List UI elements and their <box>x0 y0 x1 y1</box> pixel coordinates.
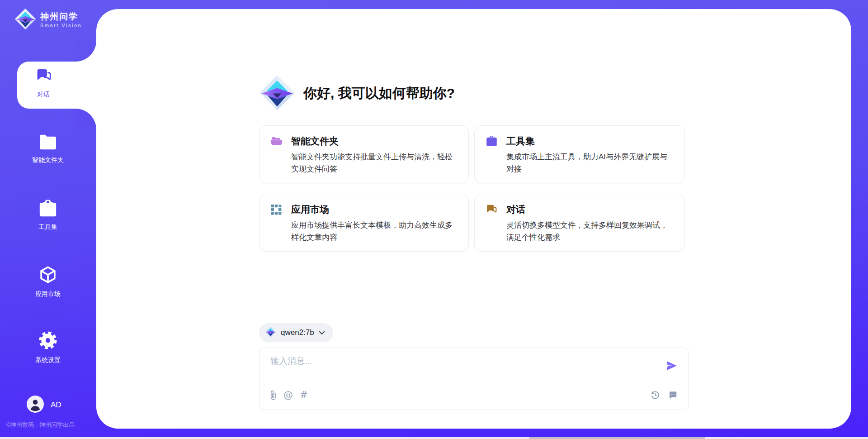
chevron-down-icon <box>319 329 325 337</box>
card-chat[interactable]: 对话 灵活切换多模型文件，支持多样回复效果调试，满足个性化需求 <box>474 194 685 252</box>
card-description: 灵活切换多模型文件，支持多样回复效果调试，满足个性化需求 <box>506 219 673 243</box>
model-selector[interactable]: qwen2:7b <box>259 323 333 342</box>
sidebar-item-smart-folder[interactable]: 智能文件夹 <box>3 134 93 163</box>
sidebar-item-app-market[interactable]: 应用市场 <box>3 265 93 297</box>
copyright: ©神州数码 · 神州问学出品 <box>6 421 75 429</box>
sidebar-item-label: 智能文件夹 <box>32 156 64 163</box>
message-composer: @ # <box>259 348 689 410</box>
greeting-title: 你好, 我可以如何帮助你? <box>303 85 455 101</box>
card-description: 集成市场上主流工具，助力AI与外界无缝扩展与对接 <box>506 151 673 175</box>
paperclip-icon[interactable] <box>269 390 277 401</box>
chat-icon <box>35 67 52 86</box>
send-button[interactable] <box>666 360 678 372</box>
card-title: 应用市场 <box>291 203 329 216</box>
model-name: qwen2:7b <box>281 328 314 337</box>
tab-fillet-bottom <box>75 109 96 129</box>
tab-fillet-top <box>75 41 96 62</box>
card-app-market[interactable]: 应用市场 应用市场提供丰富长文本模板，助力高效生成多样化文章内容 <box>259 194 469 252</box>
hash-icon[interactable]: # <box>300 390 308 401</box>
brand: 神州问学 Smart Vision <box>14 7 82 33</box>
person-avatar-icon <box>27 396 44 415</box>
app-grid-icon <box>270 204 282 217</box>
horizontal-scrollbar-thumb[interactable] <box>529 437 705 439</box>
user-profile[interactable]: AD <box>27 396 61 415</box>
sidebar-item-label: 工具集 <box>38 223 57 230</box>
card-title: 工具集 <box>506 135 535 148</box>
brand-subtitle: Smart Vision <box>40 23 82 28</box>
card-smart-folder[interactable]: 智能文件夹 智能文件夹功能支持批量文件上传与清洗，轻松实现文件问答 <box>259 125 469 183</box>
card-title: 智能文件夹 <box>291 135 339 148</box>
folder-icon <box>38 134 57 152</box>
sidebar-item-settings[interactable]: 系统设置 <box>3 330 93 363</box>
app-root: 神州问学 Smart Vision 智能文件夹 工具集 <box>0 0 868 439</box>
toolbox-icon <box>38 199 58 219</box>
folder-open-icon <box>270 135 283 148</box>
greeting-logo-icon <box>259 75 295 113</box>
message-icon[interactable] <box>668 390 678 400</box>
sidebar-item-label: 对话 <box>37 91 50 98</box>
card-toolset[interactable]: 工具集 集成市场上主流工具，助力AI与外界无缝扩展与对接 <box>474 125 685 183</box>
send-icon <box>666 360 678 372</box>
toolbox-icon <box>486 135 498 148</box>
sidebar-item-chat[interactable]: 对话 <box>17 62 97 109</box>
at-icon[interactable]: @ <box>283 390 293 401</box>
sidebar-item-toolset[interactable]: 工具集 <box>3 199 93 230</box>
composer-divider <box>267 384 681 384</box>
card-title: 对话 <box>506 203 525 216</box>
user-name: AD <box>51 401 61 410</box>
sidebar-item-label: 系统设置 <box>35 356 61 363</box>
horizontal-scrollbar-track <box>0 437 868 439</box>
history-icon[interactable] <box>650 390 660 400</box>
brand-diamond-icon <box>14 7 36 33</box>
message-input[interactable] <box>269 354 660 380</box>
brand-name: 神州问学 <box>40 12 82 22</box>
card-description: 智能文件夹功能支持批量文件上传与清洗，轻松实现文件问答 <box>291 151 457 175</box>
cube-icon <box>38 265 57 286</box>
card-description: 应用市场提供丰富长文本模板，助力高效生成多样化文章内容 <box>291 219 457 243</box>
chat-icon <box>486 204 497 217</box>
gear-icon <box>38 330 58 352</box>
sidebar-item-label: 应用市场 <box>35 290 61 297</box>
brand-diamond-icon <box>265 326 276 339</box>
